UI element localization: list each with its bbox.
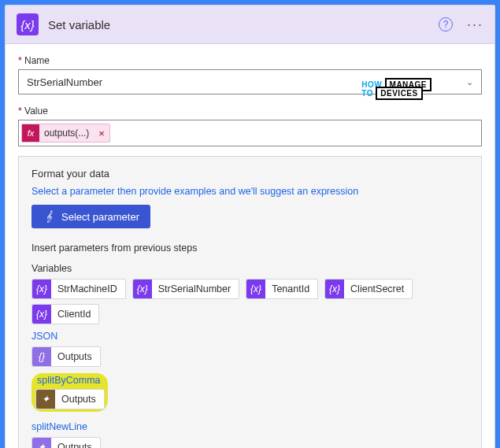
value-input[interactable]: fx outputs(...) ×: [18, 120, 482, 146]
var-clientid[interactable]: {x} ClientId: [31, 304, 99, 324]
json-group-label[interactable]: JSON: [31, 331, 469, 342]
compose-icon: ✦: [32, 438, 51, 448]
variables-row: {x} StrMachineID {x} StrSerialNumber {x}…: [31, 279, 469, 299]
var-clientsecret[interactable]: {x} ClientSecret: [324, 279, 413, 299]
variable-icon: {x}: [133, 280, 152, 298]
wand-icon: 𝄞: [43, 210, 55, 223]
json-outputs[interactable]: {} Outputs: [31, 346, 101, 367]
json-icon: {}: [32, 347, 51, 366]
insert-params-title: Insert parameters from previous steps: [31, 243, 469, 254]
variables-row-2: {x} ClientId: [31, 304, 469, 324]
variables-group-label: Variables: [31, 263, 469, 274]
highlight-splitbycomma: splitByComma ✦ Outputs: [31, 373, 108, 412]
variable-icon: {x}: [246, 280, 265, 298]
variable-icon: {x}: [32, 305, 51, 324]
help-icon[interactable]: ?: [439, 17, 453, 31]
chevron-down-icon: ⌄: [466, 77, 473, 87]
splitnewline-group-label[interactable]: splitNewLine: [31, 421, 469, 432]
format-title: Format your data: [31, 168, 469, 180]
expression-token[interactable]: fx outputs(...) ×: [21, 124, 110, 143]
card-header: {x} Set variable ? ···: [6, 6, 494, 44]
var-strserialnumber[interactable]: {x} StrSerialNumber: [132, 279, 239, 299]
splitbycomma-group-label[interactable]: splitByComma: [37, 375, 101, 386]
splitbycomma-outputs[interactable]: ✦ Outputs: [35, 389, 105, 409]
variable-icon: {x}: [32, 280, 51, 298]
format-panel: Format your data Select a parameter then…: [18, 156, 482, 448]
format-hint: Select a parameter then provide examples…: [31, 186, 469, 197]
variable-icon: {x}: [325, 280, 344, 298]
set-variable-card: {x} Set variable ? ··· HOW MANAGE TO DEV…: [5, 5, 495, 448]
watermark: HOW MANAGE TO DEVICES: [361, 80, 431, 98]
value-label: Value: [18, 106, 482, 117]
token-text: outputs(...): [39, 128, 94, 139]
splitnewline-row: ✦ Outputs: [31, 437, 469, 448]
variable-icon: {x}: [17, 13, 39, 35]
name-label: Name: [18, 55, 482, 66]
compose-icon: ✦: [36, 390, 55, 409]
card-title: Set variable: [48, 18, 439, 31]
select-parameter-button[interactable]: 𝄞 Select parameter: [31, 205, 150, 228]
fx-icon: fx: [22, 124, 39, 142]
card-body: HOW MANAGE TO DEVICES Name StrSerialNumb…: [6, 44, 494, 448]
json-row: {} Outputs: [31, 346, 469, 367]
splitnewline-outputs[interactable]: ✦ Outputs: [31, 437, 101, 448]
var-tenantid[interactable]: {x} TenantId: [246, 279, 318, 299]
var-strmachineid[interactable]: {x} StrMachineID: [31, 279, 126, 299]
more-menu-icon[interactable]: ···: [467, 17, 483, 33]
remove-token-icon[interactable]: ×: [94, 128, 109, 139]
